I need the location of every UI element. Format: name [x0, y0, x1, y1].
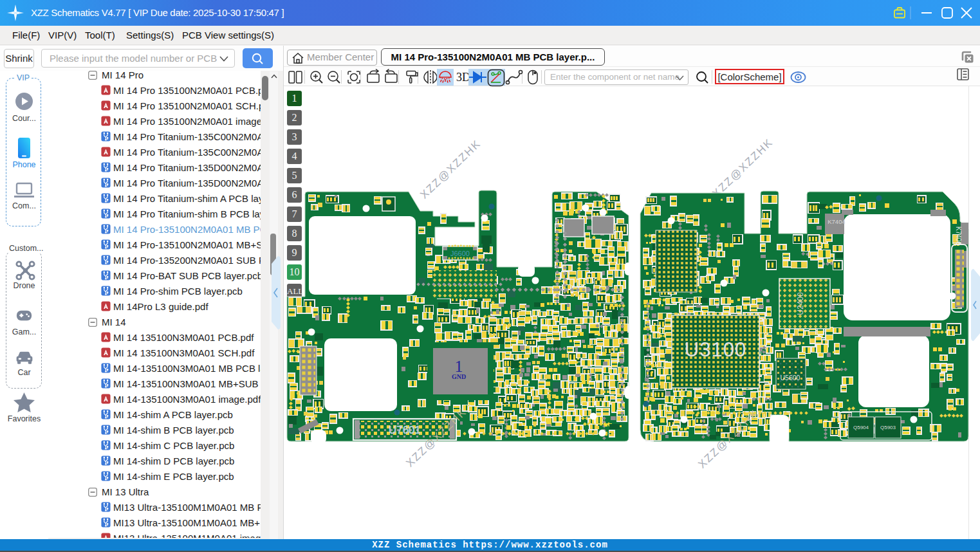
svg-text:U2400: U2400: [796, 292, 805, 315]
svg-text:U5600: U5600: [781, 374, 800, 382]
svg-text:XZZ@XZZHK: XZZ@XZZHK: [418, 137, 483, 201]
svg-text:U7601: U7601: [389, 424, 421, 436]
svg-text:U3100: U3100: [685, 338, 746, 361]
svg-text:K7406: K7406: [955, 226, 962, 245]
svg-text:J6600: J6600: [450, 250, 470, 257]
svg-text:Q5903: Q5903: [880, 425, 896, 430]
svg-text:Q5904: Q5904: [853, 425, 869, 430]
svg-text:XZZ@XZZHK: XZZ@XZZHK: [710, 136, 775, 199]
svg-text:GND: GND: [452, 373, 466, 380]
svg-text:K7404: K7404: [827, 218, 845, 225]
